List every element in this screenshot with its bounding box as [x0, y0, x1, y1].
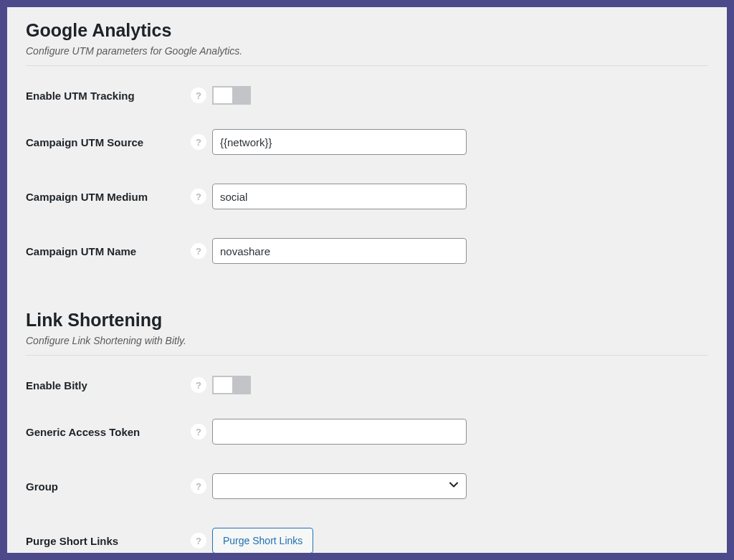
label-utm-name: Campaign UTM Name — [26, 245, 191, 257]
settings-panel: Google Analytics Configure UTM parameter… — [7, 7, 727, 553]
purge-button[interactable]: Purge Short Links — [212, 528, 313, 553]
label-group: Group — [26, 480, 191, 493]
toggle-knob — [214, 377, 232, 393]
label-utm-source: Campaign UTM Source — [26, 136, 191, 148]
row-enable-utm: Enable UTM Tracking ? — [26, 76, 708, 115]
label-enable-utm: Enable UTM Tracking — [26, 90, 191, 102]
toggle-knob — [214, 87, 232, 103]
divider — [26, 65, 708, 66]
input-utm-medium[interactable] — [212, 184, 467, 209]
section-title-analytics: Google Analytics — [26, 20, 708, 41]
label-access-token: Generic Access Token — [26, 426, 191, 438]
row-access-token: Generic Access Token ? — [26, 404, 708, 459]
help-icon[interactable]: ? — [191, 424, 206, 440]
help-icon[interactable]: ? — [191, 87, 206, 103]
select-group[interactable] — [212, 473, 467, 499]
section-subtitle-shortening: Configure Link Shortening with Bitly. — [26, 335, 708, 346]
section-subtitle-analytics: Configure UTM parameters for Google Anal… — [26, 45, 708, 57]
row-utm-name: Campaign UTM Name ? — [26, 224, 708, 278]
help-icon[interactable]: ? — [191, 243, 206, 259]
input-utm-name[interactable] — [212, 238, 467, 264]
label-purge: Purge Short Links — [26, 535, 191, 547]
row-utm-medium: Campaign UTM Medium ? — [26, 169, 708, 224]
row-enable-bitly: Enable Bitly ? — [26, 366, 708, 404]
input-utm-source[interactable] — [212, 129, 467, 155]
help-icon[interactable]: ? — [191, 533, 206, 549]
help-icon[interactable]: ? — [191, 189, 206, 204]
label-utm-medium: Campaign UTM Medium — [26, 191, 191, 203]
help-icon[interactable]: ? — [191, 134, 206, 150]
toggle-enable-bitly[interactable] — [212, 376, 251, 394]
input-access-token[interactable] — [212, 419, 467, 445]
label-enable-bitly: Enable Bitly — [26, 379, 191, 391]
help-icon[interactable]: ? — [191, 377, 206, 393]
section-title-shortening: Link Shortening — [26, 310, 708, 331]
row-utm-source: Campaign UTM Source ? — [26, 115, 708, 169]
toggle-enable-utm[interactable] — [212, 86, 251, 105]
help-icon[interactable]: ? — [191, 478, 206, 494]
divider — [26, 355, 708, 356]
row-group: Group ? — [26, 459, 708, 513]
row-purge: Purge Short Links ? Purge Short Links — [26, 513, 708, 553]
